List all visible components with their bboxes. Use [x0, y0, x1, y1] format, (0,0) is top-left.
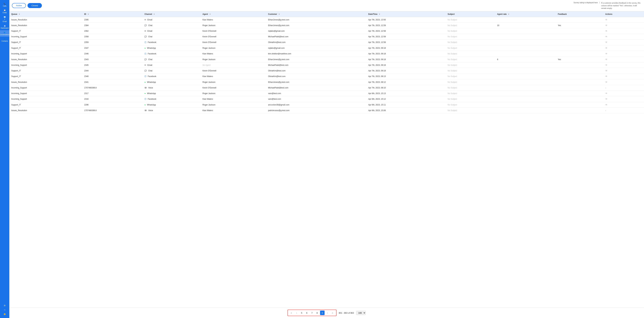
pagination-page-9[interactable]: 9: [320, 311, 324, 315]
arrow-action-button[interactable]: ›: [605, 109, 606, 112]
queue-filter-icon[interactable]: ▼: [18, 13, 20, 15]
customer-filter-icon[interactable]: ▼: [278, 13, 280, 15]
cell-id: 2358: [82, 34, 142, 39]
active-button[interactable]: Active: [12, 3, 26, 8]
table-row: Incoming_Support 2358 💬 Chat Kevin O'Don…: [9, 34, 644, 39]
pagination-first[interactable]: «: [289, 311, 294, 315]
sidebar-item-calls[interactable]: 📞 Calls: [0, 1, 9, 8]
cell-channel: ☎ Voice: [142, 85, 200, 91]
eye-action-button[interactable]: 👁: [605, 18, 608, 21]
pagination-page-8[interactable]: 8: [315, 311, 320, 315]
pagination-page-7[interactable]: 7: [310, 311, 314, 315]
cell-actions: 👁: [603, 57, 644, 62]
eye-action-button[interactable]: 👁: [605, 58, 608, 61]
cell-queue: Issues_Resolution: [9, 57, 82, 62]
eye-action-button[interactable]: 👁: [605, 35, 608, 38]
cell-channel: 💬 Chat: [142, 22, 200, 28]
channel-filter-icon[interactable]: ▼: [153, 13, 155, 15]
pagination-bar: « ‹ 5 6 7 8 9 › » 801 - 863 of 863 25 50…: [9, 308, 644, 318]
channel-type-icon: ✉: [144, 64, 146, 66]
cell-subject: No Subject: [446, 57, 495, 62]
cell-id: 2341: [82, 79, 142, 85]
cell-agent: Kevin O'Donnell: [200, 28, 266, 34]
eye-action-button[interactable]: 👁: [605, 30, 608, 32]
sidebar-item-dashboard[interactable]: ▦ Dashboard: [0, 24, 9, 30]
cell-datetime: Apr 7th, 2023, 08:13: [366, 73, 446, 79]
closed-button[interactable]: Closed: [28, 3, 42, 8]
cell-channel: ⓕ Facebook: [142, 96, 200, 102]
cell-id: 2346: [82, 51, 142, 57]
sidebar-item-settings[interactable]: ⚙️: [0, 303, 9, 308]
cell-customer: patrickrusso@g-test.com: [266, 108, 366, 113]
eye-action-button[interactable]: 👁: [605, 41, 608, 44]
per-page-select[interactable]: 25 50 100: [356, 311, 366, 315]
eye-action-button[interactable]: 👁: [605, 81, 608, 83]
cell-feedback: [556, 73, 604, 79]
sidebar-item-user[interactable]: 😊: [0, 312, 9, 317]
eye-action-button[interactable]: 👁: [605, 52, 608, 55]
cell-agent-rate: [495, 45, 556, 51]
agent-rate-filter-icon[interactable]: ▼: [508, 13, 510, 15]
eye-action-button[interactable]: 👁: [605, 104, 608, 106]
pagination-prev[interactable]: ‹: [294, 311, 299, 315]
table-row: Support_IT 2340 ⓕ Facebook Kian Waters O…: [9, 73, 644, 79]
cell-feedback: [556, 17, 604, 22]
sidebar-item-contacts[interactable]: 👤 Contacts: [0, 37, 9, 43]
pagination-last[interactable]: »: [330, 311, 335, 315]
cell-customer: kim.shelton@marklive.com: [266, 51, 366, 57]
cell-agent: Kian Waters: [200, 108, 266, 113]
cell-agent: Kevin O'Donnell: [200, 68, 266, 73]
pagination-next[interactable]: ›: [325, 311, 330, 315]
table-row: Support_IT 2359 ⓕ Facebook Kevin O'Donne…: [9, 39, 644, 45]
conversations-table: Queue ▼ ID ▼ Channel ▼ Agent ▼ Customer …: [9, 11, 644, 113]
cell-id: 2347: [82, 45, 142, 51]
eye-action-button[interactable]: 👁: [605, 64, 608, 66]
cell-customer: EthanJones@g-test.com: [266, 79, 366, 85]
cell-datetime: Apr 7th, 2023, 09:18: [366, 51, 446, 57]
cell-feedback: [556, 51, 604, 57]
datetime-filter-icon[interactable]: ▼: [379, 13, 380, 15]
table-row: Incoming_Support 2345 ✉ Email No Agent M…: [9, 62, 644, 68]
sidebar-item-email[interactable]: ✉️ 2 Email: [0, 15, 9, 24]
eye-action-button[interactable]: 👁: [605, 92, 608, 95]
cell-actions: 👁: [603, 28, 644, 34]
cell-channel: 💬 Chat: [142, 57, 200, 62]
top-bar: Active Closed Survey rating is displayed…: [9, 0, 644, 11]
sidebar-item-chats[interactable]: 💬 Chats: [0, 8, 9, 15]
pagination-page-5[interactable]: 5: [300, 311, 304, 315]
sidebar-item-conversations[interactable]: 👥 Conversations: [0, 30, 9, 37]
cell-datetime: Apr 6th, 2023, 15:13: [366, 91, 446, 96]
cell-datetime: Apr 7th, 2023, 09:18: [366, 45, 446, 51]
id-filter-icon[interactable]: ▼: [88, 13, 89, 15]
cell-channel: ✉ Email: [142, 17, 200, 22]
pagination-page-6[interactable]: 6: [304, 311, 309, 315]
col-customer: Customer ▼: [266, 11, 366, 17]
arrow-action-button[interactable]: ›: [605, 87, 606, 89]
cell-feedback: [556, 85, 604, 91]
cell-customer: OliviaKim@test.com: [266, 68, 366, 73]
eye-action-button[interactable]: 👁: [605, 47, 608, 49]
eye-action-button[interactable]: 👁: [605, 98, 608, 100]
agent-filter-icon[interactable]: ▼: [209, 13, 211, 15]
cell-channel: ✉ Email: [142, 28, 200, 34]
channel-type-icon: ⓕ: [144, 98, 146, 100]
eye-action-button[interactable]: 👁: [605, 75, 608, 78]
cell-datetime: Apr 6th, 2023, 15:06: [366, 108, 446, 113]
sidebar-item-contacts-label: Contacts: [2, 40, 8, 42]
cell-agent: Kian Waters: [200, 96, 266, 102]
cell-datetime: Apr 7th, 2023, 12:58: [366, 28, 446, 34]
table-row: Incoming_Support 2317 ● WhatsApp Roger J…: [9, 91, 644, 96]
sidebar-item-logout[interactable]: ↪: [0, 308, 9, 312]
pagination-wrapper: « ‹ 5 6 7 8 9 › »: [288, 310, 336, 316]
eye-action-button[interactable]: 👁: [605, 24, 608, 27]
cell-subject: No Subject: [446, 22, 495, 28]
cell-id: 2359: [82, 39, 142, 45]
cell-queue: Incoming_Support: [9, 34, 82, 39]
eye-action-button[interactable]: 👁: [605, 69, 608, 72]
col-agent-rate: Agent rate ▼: [495, 11, 556, 17]
cell-queue: Issues_Resolution: [9, 108, 82, 113]
table-row: Support_IT 2296 ● WhatsApp Roger Jackson…: [9, 102, 644, 108]
cell-agent: Kevin O'Donnell: [200, 85, 266, 91]
sidebar-bottom: ⚙️ ↪ 😊: [0, 303, 9, 318]
table-row: Support_IT 2344 💬 Chat Kevin O'Donnell O…: [9, 68, 644, 73]
